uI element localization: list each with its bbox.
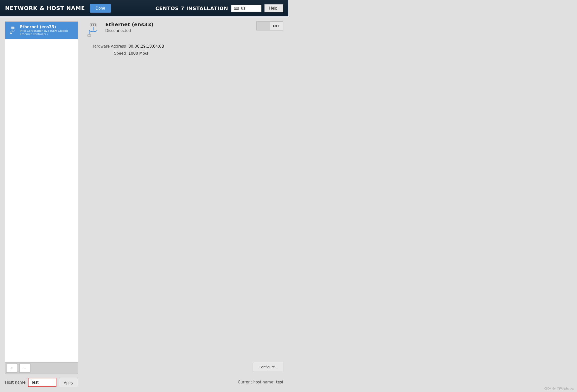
keyboard-lang: us [241, 6, 245, 11]
header-right: CENTOS 7 INSTALLATION ⌨ us Help! [155, 4, 283, 12]
help-button[interactable]: Help! [264, 4, 283, 12]
page-title: NETWORK & HOST NAME [5, 5, 85, 11]
current-hostname-row: Current host name: test [238, 380, 283, 384]
keyboard-icon: ⌨ [234, 6, 239, 10]
speed-value: 1000 Mb/s [128, 51, 148, 56]
device-ethernet-icon [86, 22, 101, 38]
done-button[interactable]: Done [90, 4, 111, 13]
current-hostname-value: test [276, 380, 283, 384]
hostname-row: Host name Apply [5, 378, 78, 387]
network-list-item[interactable]: Ethernet (ens33) Intel Corporation 82545… [5, 22, 78, 39]
svg-rect-12 [88, 35, 91, 37]
device-text: Ethernet (ens33) Disconnected [105, 21, 153, 33]
list-controls: + − [5, 363, 78, 374]
speed-row: Speed 1000 Mb/s [86, 51, 283, 56]
speed-label: Speed [86, 51, 126, 56]
header: NETWORK & HOST NAME Done CENTOS 7 INSTAL… [0, 0, 288, 16]
hostname-label: Host name [5, 380, 25, 385]
device-header: Ethernet (ens33) Disconnected OFF [86, 21, 283, 38]
network-list: Ethernet (ens33) Intel Corporation 82545… [5, 21, 78, 363]
network-item-desc: Intel Corporation 82545EM Gigabit Ethern… [20, 29, 74, 36]
keyboard-input[interactable]: ⌨ us [231, 5, 261, 12]
device-status: Disconnected [105, 28, 153, 33]
add-network-button[interactable]: + [6, 364, 17, 373]
device-details: Hardware Address 00:0C:29:10:64:0B Speed… [86, 44, 283, 58]
device-info: Ethernet (ens33) Disconnected [86, 21, 153, 38]
svg-rect-9 [95, 24, 96, 26]
svg-rect-7 [91, 24, 92, 26]
main-content: Ethernet (ens33) Intel Corporation 82545… [0, 16, 288, 392]
ethernet-icon [9, 26, 17, 34]
svg-rect-1 [12, 27, 12, 28]
hardware-address-value: 00:0C:29:10:64:0B [128, 44, 164, 49]
apply-button[interactable]: Apply [59, 378, 78, 387]
header-left: NETWORK & HOST NAME Done [5, 4, 111, 13]
svg-rect-8 [93, 24, 94, 26]
network-item-text: Ethernet (ens33) Intel Corporation 82545… [20, 25, 74, 36]
network-item-name: Ethernet (ens33) [20, 25, 74, 29]
hostname-input[interactable] [28, 378, 56, 386]
toggle-switch[interactable]: OFF [256, 21, 283, 30]
configure-button[interactable]: Configure... [253, 362, 283, 372]
svg-rect-2 [13, 27, 13, 28]
hostname-input-wrapper [28, 378, 56, 387]
current-hostname-label: Current host name: [238, 380, 275, 384]
hardware-address-label: Hardware Address [86, 44, 126, 49]
toggle-label: OFF [270, 24, 283, 28]
centos-title: CENTOS 7 INSTALLATION [155, 5, 228, 11]
toggle-track [257, 22, 270, 30]
remove-network-button[interactable]: − [19, 364, 30, 373]
left-panel: Ethernet (ens33) Intel Corporation 82545… [5, 21, 78, 387]
right-panel: Ethernet (ens33) Disconnected OFF Hardwa… [86, 21, 283, 387]
hardware-address-row: Hardware Address 00:0C:29:10:64:0B [86, 44, 283, 49]
device-name: Ethernet (ens33) [105, 21, 153, 27]
svg-rect-5 [10, 33, 12, 34]
